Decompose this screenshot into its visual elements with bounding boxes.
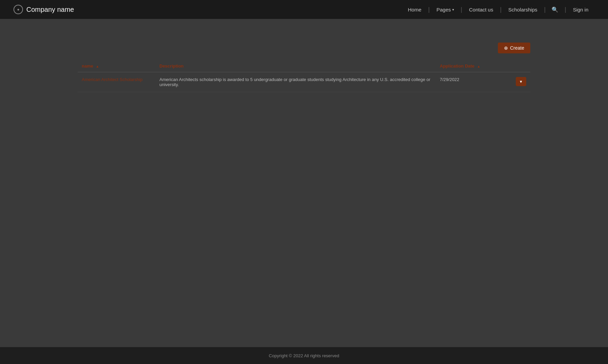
scholarship-description: American Architects scholarship is award… bbox=[159, 77, 430, 87]
table-header: name ▲ Description Application Date ▲ bbox=[78, 60, 530, 72]
scholarship-date-cell: 7/29/2022 bbox=[436, 72, 503, 92]
col-description-label: Description bbox=[159, 63, 184, 69]
pages-caret-icon: ▾ bbox=[452, 8, 454, 11]
nav-contact[interactable]: Contact us bbox=[463, 7, 499, 12]
col-date-sort-icon: ▲ bbox=[477, 64, 480, 68]
create-plus-icon: ⊕ bbox=[504, 45, 508, 51]
row-action-icon: ▾ bbox=[520, 79, 522, 84]
scholarship-name[interactable]: American Architect Scholarship bbox=[82, 77, 143, 82]
nav-menu: Home | Pages ▾ | Contact us | Scholarshi… bbox=[402, 6, 594, 13]
brand-icon: ● bbox=[14, 5, 23, 14]
nav-divider-1: | bbox=[428, 6, 431, 13]
nav-divider-5: | bbox=[564, 6, 567, 13]
scholarships-table: name ▲ Description Application Date ▲ Am… bbox=[78, 60, 530, 92]
scholarship-name-cell: American Architect Scholarship bbox=[78, 72, 155, 92]
scholarship-action-cell: ▾ bbox=[503, 72, 530, 92]
col-actions bbox=[503, 60, 530, 72]
nav-pages-label: Pages bbox=[436, 7, 451, 12]
nav-divider-4: | bbox=[543, 6, 547, 13]
nav-divider-2: | bbox=[460, 6, 463, 13]
navbar: ● Company name Home | Pages ▾ | Contact … bbox=[0, 0, 608, 19]
nav-pages[interactable]: Pages ▾ bbox=[430, 7, 460, 12]
col-name-sort-icon: ▲ bbox=[96, 64, 99, 68]
action-bar: ⊕ Create bbox=[78, 43, 530, 53]
footer: Copyright © 2022 All rights reserved bbox=[0, 347, 608, 364]
table-row: American Architect Scholarship American … bbox=[78, 72, 530, 92]
col-name[interactable]: name ▲ bbox=[78, 60, 155, 72]
brand-name: Company name bbox=[26, 6, 74, 14]
footer-copyright: Copyright © 2022 All rights reserved bbox=[269, 353, 339, 358]
brand-logo[interactable]: ● Company name bbox=[14, 5, 74, 14]
nav-signin[interactable]: Sign in bbox=[567, 7, 594, 12]
scholarship-date: 7/29/2022 bbox=[440, 77, 459, 82]
create-button-label: Create bbox=[510, 45, 524, 51]
nav-scholarships[interactable]: Scholarships bbox=[502, 7, 543, 12]
col-description: Description bbox=[155, 60, 436, 72]
search-icon[interactable]: 🔍 bbox=[546, 6, 564, 13]
nav-home[interactable]: Home bbox=[402, 7, 428, 12]
col-application-date[interactable]: Application Date ▲ bbox=[436, 60, 503, 72]
scholarship-description-cell: American Architects scholarship is award… bbox=[155, 72, 436, 92]
row-action-button[interactable]: ▾ bbox=[516, 77, 526, 86]
table-body: American Architect Scholarship American … bbox=[78, 72, 530, 92]
nav-divider-3: | bbox=[499, 6, 502, 13]
create-button[interactable]: ⊕ Create bbox=[498, 43, 530, 53]
main-content: ⊕ Create name ▲ Description Application … bbox=[0, 19, 608, 347]
col-name-label: name bbox=[82, 63, 93, 69]
col-date-label: Application Date bbox=[440, 63, 475, 69]
